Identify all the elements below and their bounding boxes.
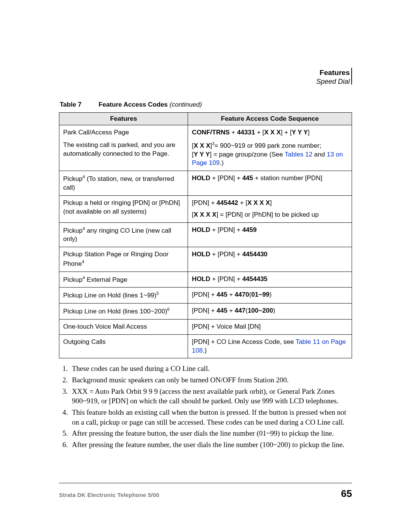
text: ] [270, 199, 272, 206]
text: + [227, 291, 234, 298]
footnotes-list: These codes can be used during a CO Line… [59, 364, 352, 449]
code-line: [X X X]3= 900~919 or 999 park zone numbe… [192, 141, 348, 150]
var: X X X X [247, 199, 270, 206]
footer-doc-title: Strata DK Electronic Telephone 5/00 [59, 492, 159, 498]
key-label: HOLD [192, 251, 210, 258]
code: 4454435 [242, 275, 268, 283]
section-subtitle: Speed Dial [59, 78, 350, 86]
text: ] = page group/zone (See [210, 151, 285, 158]
table-row: Park Call/Access Page The existing call … [59, 125, 352, 171]
cell-feature: One-touch Voice Mail Access [59, 319, 188, 334]
text: ] + [ [281, 129, 292, 136]
code: 445 [242, 174, 253, 182]
table-caption: Table 7 Feature Access Codes (continued) [60, 101, 352, 109]
code: 447 [235, 307, 245, 314]
table-row: Pickup Line on Hold (lines 100~200)6 [PD… [59, 304, 352, 320]
cell-feature: Pickup4 External Page [59, 272, 188, 288]
text: Pickup Line on Hold (lines 100~200) [63, 308, 167, 315]
code-line: [PDN] + 445442 + [X X X X] [192, 199, 348, 208]
col-sequence: Feature Access Code Sequence [188, 113, 352, 125]
code: 100~200 [248, 307, 273, 314]
cell-feature: Pickup a held or ringing [PDN] or [PhDN]… [59, 195, 188, 222]
table-row: Pickup a held or ringing [PDN] or [PhDN]… [59, 195, 352, 222]
text: Pickup [63, 175, 83, 182]
text: + [PDN] + [210, 226, 242, 233]
text: [PDN] + [192, 291, 217, 298]
text: and [312, 151, 327, 158]
cell-feature: Pickup4 (To station, new, or transferred… [59, 171, 188, 196]
text: + [ [238, 199, 247, 206]
cell-feature: Pickup Station Page or Ringing Door Phon… [59, 247, 188, 272]
code: 4459 [242, 226, 257, 233]
cell-sequence: [PDN] + CO Line Access Code, see Table 1… [188, 334, 352, 358]
text: + [PDN] + [210, 174, 242, 182]
text: Pickup Line on Hold (lines 1~99) [63, 292, 156, 299]
cell-sequence: HOLD + [PDN] + 4459 [188, 222, 352, 247]
footnote-item: After pressing the feature button, the u… [70, 428, 352, 438]
table-title: Feature Access Codes [99, 101, 168, 108]
key-label: HOLD [192, 226, 210, 233]
page-header: Features Speed Dial [59, 69, 352, 86]
var: Y Y Y [194, 151, 210, 158]
key-label: HOLD [192, 275, 210, 283]
table-row: One-touch Voice Mail Access [PDN] + Voic… [59, 319, 352, 334]
cell-sequence: [PDN] + 445 + 4470(01~99) [188, 288, 352, 304]
table-row: Pickup Line on Hold (lines 1~99)5 [PDN] … [59, 288, 352, 304]
var: Y Y Y [292, 129, 308, 136]
table-row: Pickup Station Page or Ringing Door Phon… [59, 247, 352, 272]
var: X X X X [194, 211, 217, 218]
table-row: Outgoing Calls [PDN] + CO Line Access Co… [59, 334, 352, 358]
cell-feature: Pickup Line on Hold (lines 1~99)5 [59, 288, 188, 304]
text: + [230, 129, 237, 136]
text: [PDN] + [192, 307, 217, 314]
footnote-ref: 6 [167, 307, 170, 312]
key-label: HOLD [192, 174, 210, 182]
cross-ref-link[interactable]: Tables 12 [285, 151, 312, 158]
text: + [ [255, 129, 264, 136]
table-row: Pickup4 any ringing CO Line (new call on… [59, 222, 352, 247]
page-footer: Strata DK Electronic Telephone 5/00 65 [59, 483, 352, 500]
footnote-item: This feature holds an existing call when… [70, 407, 352, 427]
code: 44331 [237, 129, 255, 136]
table-header-row: Features Feature Access Code Sequence [59, 113, 352, 125]
code: 01~99 [251, 291, 269, 298]
footnote-item: After pressing the feature number, the u… [70, 440, 352, 450]
page-content: Features Speed Dial Table 7 Feature Acce… [0, 0, 411, 450]
table-continued: (continued) [170, 101, 202, 108]
code-line: [X X X X] = [PDN] or [PhDN] to be picked… [192, 211, 348, 219]
footnote-item: XXX = Auto Park Orbit 9 9 9 (access the … [70, 387, 352, 406]
text: Pickup [63, 276, 83, 283]
cell-sequence: [PDN] + 445 + 447(100~200) [188, 304, 352, 320]
text: [PDN] + [192, 199, 217, 206]
code-line: [Y Y Y] = page group/zone (See Tables 12… [192, 150, 348, 168]
cell-sequence: HOLD + [PDN] + 445 + station number [PDN… [188, 171, 352, 196]
key-label: CONF/TRNS [192, 129, 229, 136]
col-features: Features [59, 113, 188, 125]
footnote-item: These codes can be used during a CO Line… [70, 364, 352, 374]
text: ) [273, 307, 276, 314]
text: The existing call is parked, and you are… [63, 141, 184, 158]
code-line: CONF/TRNS + 44331 + [X X X] + [Y Y Y] [192, 128, 348, 137]
cell-sequence: [PDN] + Voice Mail [DN] [188, 319, 352, 334]
text: + station number [PDN] [253, 174, 322, 182]
text: = 900~919 or 999 park zone number; [214, 142, 321, 149]
cell-feature: Park Call/Access Page The existing call … [59, 125, 188, 171]
text: .) [203, 347, 207, 354]
cell-feature: Pickup4 any ringing CO Line (new call on… [59, 222, 188, 247]
text: Park Call/Access Page [63, 128, 184, 137]
cell-sequence: CONF/TRNS + 44331 + [X X X] + [Y Y Y] [X… [188, 125, 352, 171]
cell-feature: Pickup Line on Hold (lines 100~200)6 [59, 304, 188, 320]
page-number: 65 [341, 488, 352, 500]
footnote-ref: 4 [82, 259, 84, 264]
table-row: Pickup4 (To station, new, or transferred… [59, 171, 352, 196]
text: Pickup [63, 227, 83, 234]
footnote-item: Background music speakers can only be tu… [70, 375, 352, 385]
var: X X X [194, 142, 210, 149]
text: + [PDN] + [210, 251, 242, 258]
text: Pickup Station Page or Ringing Door Phon… [63, 251, 169, 267]
cell-sequence: [PDN] + 445442 + [X X X X] [X X X X] = [… [188, 195, 352, 222]
cell-feature: Outgoing Calls [59, 334, 188, 358]
feature-table: Features Feature Access Code Sequence Pa… [59, 112, 352, 358]
cell-sequence: HOLD + [PDN] + 4454430 [188, 247, 352, 272]
var: X X X [264, 129, 280, 136]
